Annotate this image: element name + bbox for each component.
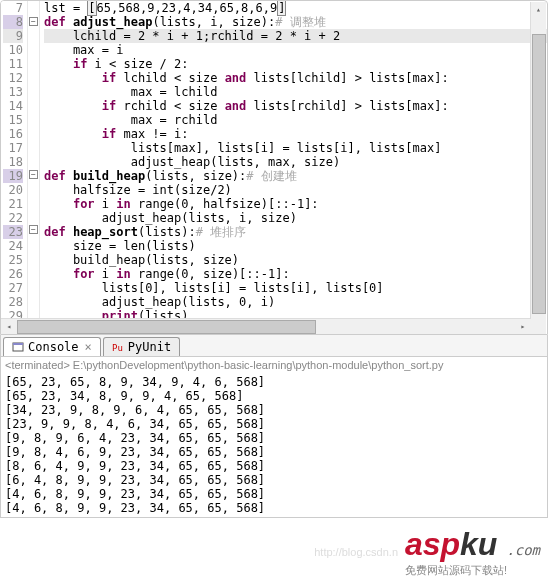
line-number: 8 — [3, 15, 23, 29]
tab-label: PyUnit — [128, 340, 171, 354]
line-number: 17 — [3, 141, 23, 155]
scroll-up-icon[interactable]: ▴ — [531, 2, 546, 18]
code-line: lchild = 2 * i + 1;rchild = 2 * i + 2 — [44, 29, 547, 43]
tab-label: Console — [28, 340, 79, 354]
output-line: [65, 23, 34, 8, 9, 9, 4, 65, 568] — [5, 389, 543, 403]
line-number: 26 — [3, 267, 23, 281]
line-number: 27 — [3, 281, 23, 295]
line-number: 10 — [3, 43, 23, 57]
output-line: [23, 9, 9, 8, 4, 6, 34, 65, 65, 568] — [5, 417, 543, 431]
code-line: if rchild < size and lists[rchild] > lis… — [44, 99, 547, 113]
brand-a: a — [405, 526, 423, 562]
line-number: 7 — [3, 1, 23, 15]
line-number: 11 — [3, 57, 23, 71]
scrollbar-vertical[interactable]: ▴ — [530, 2, 546, 335]
output-line: [4, 6, 8, 9, 9, 23, 34, 65, 65, 568] — [5, 487, 543, 501]
line-number: 22 — [3, 211, 23, 225]
close-icon[interactable]: × — [85, 340, 92, 354]
output-line: [8, 6, 4, 9, 9, 23, 34, 65, 65, 568] — [5, 459, 543, 473]
line-number: 24 — [3, 239, 23, 253]
console-icon — [12, 341, 24, 353]
scroll-left-icon[interactable]: ◂ — [1, 319, 17, 334]
brand-ku: ku — [460, 526, 497, 562]
code-line: if lchild < size and lists[lchild] > lis… — [44, 71, 547, 85]
svg-rect-1 — [13, 343, 23, 345]
scroll-thumb[interactable] — [532, 34, 546, 314]
code-line: adjust_heap(lists, max, size) — [44, 155, 547, 169]
code-area[interactable]: lst = [65,568,9,23,4,34,65,8,6,9] def ad… — [40, 1, 547, 323]
code-line: adjust_heap(lists, i, size) — [44, 211, 547, 225]
gutter: 7 8 9 10 11 12 13 14 15 16 17 18 19 20 2… — [1, 1, 28, 323]
tab-console[interactable]: Console × — [3, 337, 101, 356]
code-line: for i in range(0, halfsize)[::-1]: — [44, 197, 547, 211]
code-line: max = i — [44, 43, 547, 57]
brand-com: .com — [506, 542, 540, 558]
line-number: 18 — [3, 155, 23, 169]
code-line: if max != i: — [44, 127, 547, 141]
code-line: build_heap(lists, size) — [44, 253, 547, 267]
pyunit-icon: Pu — [112, 341, 124, 353]
code-line: lst = [65,568,9,23,4,34,65,8,6,9] — [44, 1, 547, 15]
line-number: 23 — [3, 225, 23, 239]
code-editor[interactable]: 7 8 9 10 11 12 13 14 15 16 17 18 19 20 2… — [0, 0, 548, 335]
line-number: 21 — [3, 197, 23, 211]
code-line: def build_heap(lists, size):# 创建堆 — [44, 169, 547, 183]
line-number: 25 — [3, 253, 23, 267]
code-line: if i < size / 2: — [44, 57, 547, 71]
scrollbar-horizontal[interactable]: ◂ ▸ — [1, 318, 531, 334]
output-line: [34, 23, 9, 8, 9, 6, 4, 65, 65, 568] — [5, 403, 543, 417]
code-line: lists[max], lists[i] = lists[i], lists[m… — [44, 141, 547, 155]
blog-watermark: http://blog.csdn.n — [314, 546, 398, 558]
fold-column: − − − — [28, 1, 40, 323]
terminated-status: <terminated> E:\pythonDevelopment\python… — [1, 357, 547, 373]
code-line: lists[0], lists[i] = lists[i], lists[0] — [44, 281, 547, 295]
fold-toggle-icon[interactable]: − — [29, 225, 38, 234]
fold-toggle-icon[interactable]: − — [29, 17, 38, 26]
tab-bar: Console × Pu PyUnit — [1, 335, 547, 357]
brand-sp: sp — [423, 526, 460, 562]
scroll-thumb[interactable] — [17, 320, 316, 334]
code-line: def heap_sort(lists):# 堆排序 — [44, 225, 547, 239]
line-number: 20 — [3, 183, 23, 197]
console-panel: Console × Pu PyUnit <terminated> E:\pyth… — [0, 335, 548, 518]
brand-tagline: 免费网站源码下载站! — [405, 563, 540, 578]
code-line: max = lchild — [44, 85, 547, 99]
line-number: 28 — [3, 295, 23, 309]
line-number: 19 — [3, 169, 23, 183]
line-number: 12 — [3, 71, 23, 85]
line-number: 15 — [3, 113, 23, 127]
brand-watermark: aspku .com 免费网站源码下载站! — [405, 526, 540, 578]
code-line: size = len(lists) — [44, 239, 547, 253]
scroll-right-icon[interactable]: ▸ — [515, 319, 531, 334]
output-line: [65, 23, 65, 8, 9, 34, 9, 4, 6, 568] — [5, 375, 543, 389]
svg-text:Pu: Pu — [112, 343, 123, 353]
code-line: max = rchild — [44, 113, 547, 127]
tab-pyunit[interactable]: Pu PyUnit — [103, 337, 180, 356]
line-number: 16 — [3, 127, 23, 141]
output-line: [4, 6, 8, 9, 9, 23, 34, 65, 65, 568] — [5, 501, 543, 515]
output-line: [9, 8, 4, 6, 9, 23, 34, 65, 65, 568] — [5, 445, 543, 459]
fold-toggle-icon[interactable]: − — [29, 170, 38, 179]
output-line: [9, 8, 9, 6, 4, 23, 34, 65, 65, 568] — [5, 431, 543, 445]
code-line: def adjust_heap(lists, i, size):# 调整堆 — [44, 15, 547, 29]
line-number: 9 — [3, 29, 23, 43]
console-output[interactable]: [65, 23, 65, 8, 9, 34, 9, 4, 6, 568] [65… — [1, 373, 547, 517]
output-line: [6, 4, 8, 9, 9, 23, 34, 65, 65, 568] — [5, 473, 543, 487]
code-line: for i in range(0, size)[::-1]: — [44, 267, 547, 281]
code-line: adjust_heap(lists, 0, i) — [44, 295, 547, 309]
line-number: 14 — [3, 99, 23, 113]
line-number: 13 — [3, 85, 23, 99]
code-line: halfsize = int(size/2) — [44, 183, 547, 197]
